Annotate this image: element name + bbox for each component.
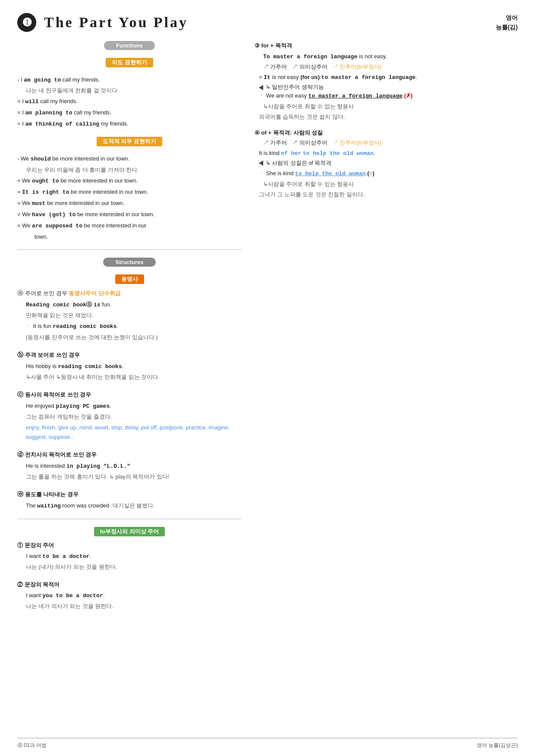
dongsaju-d: ⓓ 전치사의 목적어로 쓰인 경우 He is interested in pl… (17, 450, 242, 482)
two-column-layout: Functions 의도 표현하기 - I am going to call m… (17, 41, 518, 619)
right-item-4: ④ of + 목적격: 사람의 성질 ↗ 가주어 ↗ 의미상주어 ↗ 진주어(t… (255, 128, 518, 200)
top-right-info: 영어 능률(김) (496, 13, 518, 32)
intent-eq1: = I will call my friends. (17, 97, 242, 107)
oblig-eq2: = It is right to be more interested in o… (17, 187, 242, 197)
dongsaju-c: ⓒ 동사의 목적어로 쓰인 경우 He enjoyed playing PC g… (17, 390, 242, 442)
to2-korean: 나는 네가 의사가 되는 것을 원한다. (17, 602, 242, 611)
da-note2: (동명사를 진주어로 쓰는 것에 대한 논쟁이 있습니다.) (17, 333, 242, 342)
to-badge-row: to부정사의 의미상 주어 (17, 527, 242, 536)
r4-arrows: ↗ 가주어 ↗ 의미상주어 ↗ 진주어(to부정사) (263, 139, 518, 147)
divider2 (17, 519, 242, 519)
r4-example1: It is kind of her to help the old woman. (259, 148, 518, 158)
to1-example: I want to be a doctor. (17, 551, 242, 561)
r3-example1: To master a foreign language is not easy… (255, 52, 518, 62)
r3-note-arrow: ↳ 일반인주어 생략가능 (259, 84, 518, 91)
r4-note-arrow: ↳ 사람의 성질은 of 목적격 (259, 160, 518, 167)
left-column: Functions 의도 표현하기 - I am going to call m… (17, 41, 242, 619)
title-block: ❶ The Part You Play (17, 13, 188, 32)
dc-verbs: enjoy, finish, give up, mind, avoid, sto… (17, 423, 242, 442)
to2-example: I want you to be a doctor. (17, 591, 242, 601)
section-obligation: 도적적 의무 표현하기 - We should be more interest… (17, 137, 242, 242)
r4-korean: 그녀가 그 노파를 도운 것은 친절한 일이다. (259, 190, 518, 199)
r4-title: ④ of + 목적격: 사람의 성질 (255, 128, 518, 138)
to1-num: ① 문장의 주어 (17, 541, 242, 550)
book-label: 능률(김) (496, 22, 518, 32)
oblig-eq1: = We ought to be more interested in our … (17, 176, 242, 186)
r3-title: ③ for + 목적격 (255, 41, 518, 50)
structures-badge-row: Structures (17, 258, 242, 270)
intent-badge: 의도 표현하기 (106, 58, 153, 67)
footer-left: ④ 01과 어법 (17, 742, 47, 749)
footer-right: 영어 능률(김성곤) (477, 742, 518, 749)
da-title: ⓐ 주어로 쓰인 경우 동명사주어 단수취급 (17, 288, 242, 299)
dongsaju-a: ⓐ 주어로 쓰인 경우 동명사주어 단수취급 Reading comic boo… (17, 288, 242, 342)
header: ❶ The Part You Play 영어 능률(김) (17, 13, 518, 32)
dc-title: ⓒ 동사의 목적어로 쓰인 경우 (17, 390, 242, 400)
dongsaju-badge-row: 동명사 (17, 274, 242, 284)
page-title: The Part You Play (44, 14, 188, 31)
intent-eq2: = I am planning to call my friends. (17, 108, 242, 118)
to-2: ② 문장의 목적어 I want you to be a doctor. 나는 … (17, 580, 242, 611)
de-example: The waiting room was crowded. 대기실은 붐볐다. (17, 501, 242, 511)
functions-badge: Functions (104, 41, 155, 50)
to-badge: to부정사의 의미상 주어 (94, 527, 165, 536)
r4-note2: ↳사람을 주어로 취할 수 있는 형용사 (255, 180, 518, 189)
r3-arrow3: ↗ 진주어(to부정사) (333, 63, 381, 71)
r3-korean: 외국어를 습득하는 것은 쉽지 않다. (259, 113, 518, 122)
r4-note1: ↳ 사람의 성질은 of 목적격 (266, 160, 331, 167)
intent-eq3: = I am thinking of calling my friends. (17, 119, 242, 129)
to2-num: ② 문장의 목적어 (17, 580, 242, 589)
left-arrow2-icon (259, 161, 263, 166)
r4-arrow3: ↗ 진주어(to부정사) (333, 139, 381, 147)
intent-line1: - I am going to call my friends. (17, 75, 242, 85)
r4-arrow2: ↗ 의미상주어 (292, 139, 327, 147)
oblig-eq5: = We are supposed to be more interested … (17, 221, 242, 231)
oblig-line1: - We should be more interested in our to… (17, 154, 242, 164)
to1-korean: 나는 (내가) 의사가 되는 것을 원한다. (17, 563, 242, 572)
dd-title: ⓓ 전치사의 목적어로 쓰인 경우 (17, 450, 242, 460)
r4-example2: ㆍ She is kind to help the old woman.(○) (259, 169, 518, 179)
dd-example: He is interested in playing "L.O.L." (17, 461, 242, 471)
section-intent: 의도 표현하기 - I am going to call my friends.… (17, 58, 242, 129)
dongsaju-b: ⓑ 주격 보어로 쓰인 경우 His hobby is reading comi… (17, 350, 242, 382)
divider1 (17, 249, 242, 250)
right-item-3: ③ for + 목적격 To master a foreign language… (255, 41, 518, 122)
de-title: ⓔ 용도를 나타내는 경우 (17, 489, 242, 500)
structures-badge: Structures (103, 258, 155, 267)
r3-arrow2: ↗ 의미상주어 (292, 63, 327, 71)
db-title: ⓑ 주격 보어로 쓰인 경우 (17, 350, 242, 360)
dc-korean: 그는 컴퓨터 게임하는 것을 즐겼다. (17, 413, 242, 422)
intent-korean1: 나는 내 친구들에게 전화를 걸 것이다 (17, 86, 242, 95)
oblig-eq4: = We have (got) to be more interested in… (17, 210, 242, 220)
oblig-eq5b: town. (17, 232, 242, 242)
dd-korean: 그는 롤을 하는 것에 흥미가 있다. ↳ play의 목적어가 있다! (17, 472, 242, 482)
dc-example: He enjoyed playing PC games. (17, 401, 242, 411)
oblig-eq3: = We must be more interested in our town… (17, 198, 242, 208)
left-arrow-icon (259, 85, 263, 90)
dongsaju-badge: 동명사 (115, 274, 144, 284)
db-note: ↳사물 주어 ↳동명사 내 취미는 만화책을 읽는 것이다. (17, 373, 242, 382)
footer: ④ 01과 어법 영어 능률(김성곤) (17, 738, 518, 749)
dongsaju-e: ⓔ 용도를 나타내는 경우 The waiting room was crowd… (17, 489, 242, 511)
to-1: ① 문장의 주어 I want to be a doctor. 나는 (내가) … (17, 541, 242, 572)
oblig-korean1: 우리는 우리 마을에 좀 더 흥미를 가져야 한다. (17, 166, 242, 175)
obligation-badge: 도적적 의무 표현하기 (97, 137, 162, 146)
r3-arrow1: ↗ 가주어 (263, 63, 287, 71)
r3-arrows: ↗ 가주어 ↗ 의미상주어 ↗ 진주어(to부정사) (263, 63, 518, 71)
db-example: His hobby is reading comic books. (17, 362, 242, 372)
r3-note2: ㆍ We are not easy to master a foreign la… (259, 91, 518, 101)
r4-arrow1: ↗ 가주어 (263, 139, 287, 147)
r3-equal: = It is not easy (for us) to master a fo… (259, 72, 518, 82)
right-column: ③ for + 목적격 To master a foreign language… (255, 41, 518, 619)
chapter-number: ❶ (17, 13, 36, 32)
functions-badge-row: Functions (17, 41, 242, 54)
da-note1: ㆍ It is fun reading comic books. (17, 321, 242, 331)
da-korean: 만화책을 읽는 것은 재었다. (17, 311, 242, 320)
da-example: Reading comic bookⓢ is fun. (17, 300, 242, 310)
page: ❶ The Part You Play 영어 능률(김) Functions 의… (0, 0, 535, 756)
r3-note3: ↳사람을 주어로 취할 수 없는 형용사 (255, 102, 518, 111)
subject-label: 영어 (496, 13, 518, 22)
r3-note1: ↳ 일반인주어 생략가능 (266, 84, 324, 91)
